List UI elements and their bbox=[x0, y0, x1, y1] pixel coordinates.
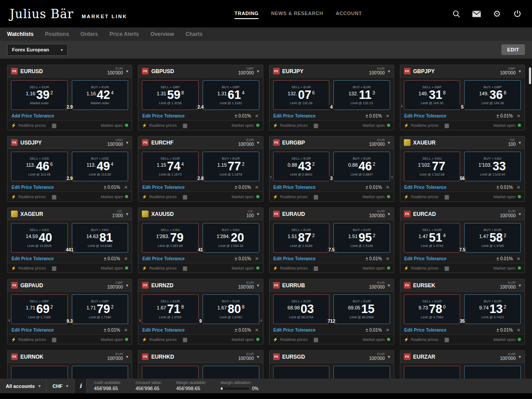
amount-dropdown[interactable]: EUR 100'000 ▾ bbox=[107, 352, 128, 361]
close-icon[interactable]: ✕ bbox=[517, 113, 520, 118]
calculator-icon[interactable]: ▦ bbox=[51, 123, 56, 128]
accounts-dropdown[interactable]: All accounts ▾ bbox=[0, 379, 47, 393]
amount-dropdown[interactable]: GBP 100'000 ▾ bbox=[107, 281, 128, 290]
calculator-icon[interactable]: ▦ bbox=[183, 194, 188, 200]
buy-button[interactable]: BUY • EUR 1.67808 Limit @ 1.6782 bbox=[203, 294, 259, 324]
close-icon[interactable]: ✕ bbox=[386, 328, 389, 332]
close-icon[interactable]: ✕ bbox=[255, 328, 258, 332]
price-tolerance-link[interactable]: Edit Price Tolerance bbox=[404, 256, 446, 261]
calculator-icon[interactable]: ▦ bbox=[51, 194, 56, 200]
sell-button[interactable]: SELL • EUR 1.47514 Limit @ 1.4749 bbox=[404, 223, 461, 253]
close-icon[interactable]: ✕ bbox=[517, 185, 520, 190]
close-icon[interactable]: ✕ bbox=[517, 328, 520, 332]
watchlist-dropdown[interactable]: Forex European ▾ bbox=[7, 44, 68, 56]
price-tolerance-link[interactable]: Edit Price Tolerance bbox=[274, 256, 316, 261]
calculator-icon[interactable]: ▦ bbox=[51, 337, 56, 342]
price-tolerance-link[interactable]: Edit Price Tolerance bbox=[12, 256, 54, 261]
currency-dropdown[interactable]: CHF ▾ bbox=[47, 379, 74, 393]
close-icon[interactable]: ✕ bbox=[517, 256, 520, 261]
amount-dropdown[interactable]: OZ. 100 ▾ bbox=[508, 138, 521, 147]
buy-button[interactable]: BUY • EUR 1.15772 Limit @ 1.1578 bbox=[203, 152, 259, 181]
price-tolerance-link[interactable]: Edit Price Tolerance bbox=[404, 328, 446, 332]
calculator-icon[interactable]: ▦ bbox=[313, 123, 318, 128]
settings-icon[interactable]: ⚙ bbox=[492, 9, 502, 19]
amount-dropdown[interactable]: OZ. 100 ▾ bbox=[246, 209, 259, 219]
price-tolerance-link[interactable]: Edit Price Tolerance bbox=[142, 256, 184, 261]
sell-button[interactable]: SELL • XAU 1'102.77 Limit @ 1'102.66 bbox=[404, 152, 461, 181]
buy-button[interactable]: BUY • XAG 14.6381 Limit @ 14.6386 bbox=[72, 223, 129, 253]
sell-button[interactable]: SELL • XAU 1'283.79 Limit @ 1'283.66 bbox=[142, 223, 199, 253]
buy-button[interactable]: BUY • GBP 149.368 Limit @ 149.38 bbox=[464, 80, 521, 110]
amount-dropdown[interactable]: GBP 100'000 ▾ bbox=[500, 66, 521, 76]
price-tolerance-link[interactable]: Edit Price Tolerance bbox=[142, 328, 184, 332]
sell-button[interactable]: SELL • EUR 9.73780 Limit @ 9.7360 bbox=[404, 294, 461, 324]
edit-button[interactable]: EDIT bbox=[501, 44, 525, 55]
calculator-icon[interactable]: ▦ bbox=[444, 194, 449, 200]
sell-button[interactable]: SELL • EUR 1.67718 Limit @ 1.6769 bbox=[142, 294, 199, 324]
close-icon[interactable]: ✕ bbox=[386, 256, 389, 261]
price-tolerance-link[interactable]: Edit Price Tolerance bbox=[12, 185, 54, 190]
price-tolerance-link[interactable]: Edit Price Tolerance bbox=[404, 185, 446, 190]
close-icon[interactable]: ✕ bbox=[386, 185, 389, 190]
calculator-icon[interactable]: ▦ bbox=[313, 337, 318, 342]
search-icon[interactable] bbox=[451, 9, 461, 19]
price-tolerance-link[interactable]: Edit Price Tolerance bbox=[142, 113, 184, 118]
sell-button[interactable]: SELL • EUR 1.16392 Market order bbox=[11, 80, 68, 110]
sell-button[interactable]: SELL • EUR 68.9803 Limit @ 68.9734 bbox=[273, 294, 330, 324]
sell-button[interactable]: SELL • USD 113.466 Limit @ 113.45 bbox=[11, 152, 68, 181]
calculator-icon[interactable]: ▦ bbox=[183, 337, 188, 342]
nav-trading[interactable]: TRADING bbox=[235, 9, 258, 19]
sell-button[interactable]: SELL • XAG 14.5940 Limit @ 14.5925 bbox=[11, 223, 68, 253]
amount-dropdown[interactable]: EUR 100'000 ▾ bbox=[500, 209, 521, 219]
calculator-icon[interactable]: ▦ bbox=[444, 266, 449, 271]
price-tolerance-link[interactable]: Edit Price Tolerance bbox=[404, 113, 446, 118]
amount-dropdown[interactable]: USD 100'000 ▾ bbox=[107, 138, 128, 147]
tab-overview[interactable]: Overview bbox=[150, 31, 174, 37]
tab-positions[interactable]: Positions bbox=[45, 31, 69, 37]
amount-dropdown[interactable]: OZ. 1'000 ▾ bbox=[112, 209, 128, 219]
mail-icon[interactable] bbox=[472, 9, 481, 19]
buy-button[interactable]: BUY • EUR 9.74132 Limit @ 9.7423 bbox=[464, 294, 521, 324]
close-icon[interactable]: ✕ bbox=[386, 113, 389, 118]
tab-charts[interactable]: Charts bbox=[186, 31, 203, 37]
close-icon[interactable]: ✕ bbox=[255, 256, 258, 261]
close-icon[interactable]: ✕ bbox=[255, 185, 258, 190]
amount-dropdown[interactable]: GBP 100'000 ▾ bbox=[238, 66, 259, 76]
close-icon[interactable]: ✕ bbox=[124, 328, 128, 332]
close-icon[interactable]: ✕ bbox=[255, 113, 258, 118]
buy-button[interactable]: BUY • EUR 1.51952 Limit @ 1.5196 bbox=[333, 223, 390, 253]
sell-button[interactable]: SELL • EUR 1.51872 Limit @ 1.5186 bbox=[273, 223, 330, 253]
sell-button[interactable]: SELL • EUR 1.15744 Limit @ 1.1573 bbox=[142, 152, 199, 181]
scrollbar-thumb[interactable] bbox=[529, 67, 531, 84]
calculator-icon[interactable]: ▦ bbox=[183, 123, 188, 128]
price-tolerance-link[interactable]: Edit Price Tolerance bbox=[12, 328, 54, 332]
tab-orders[interactable]: Orders bbox=[81, 31, 98, 37]
amount-dropdown[interactable]: EUR 100'000 ▾ bbox=[369, 209, 390, 219]
sell-button[interactable]: SELL • GBP 1.71692 Limit @ 1.7168 bbox=[11, 294, 68, 324]
buy-button[interactable]: BUY • EUR 132.113 Limit @ 132.13 bbox=[333, 80, 390, 110]
amount-dropdown[interactable]: EUR 100'000 ▾ bbox=[500, 281, 521, 290]
amount-dropdown[interactable]: EUR 100'000 ▾ bbox=[238, 138, 259, 147]
calculator-icon[interactable]: ▦ bbox=[444, 337, 449, 342]
buy-button[interactable]: BUY • GBP 1.71792 Limit @ 1.7180 bbox=[72, 294, 129, 324]
calculator-icon[interactable]: ▦ bbox=[313, 194, 318, 200]
close-icon[interactable]: ✕ bbox=[124, 256, 128, 261]
sell-button[interactable]: SELL • EUR 132.076 Limit @ 132.06 bbox=[273, 80, 330, 110]
tab-price-alerts[interactable]: Price Alerts bbox=[110, 31, 139, 37]
close-icon[interactable]: ✕ bbox=[124, 185, 128, 190]
amount-dropdown[interactable]: EUR 100'000 ▾ bbox=[369, 352, 390, 361]
amount-dropdown[interactable]: EUR 100'000 ▾ bbox=[238, 281, 259, 290]
amount-dropdown[interactable]: EUR 100'000 ▾ bbox=[369, 281, 390, 290]
buy-button[interactable]: BUY • GBP 1.31614 Limit @ 1.3162 bbox=[203, 80, 259, 110]
price-tolerance-link[interactable]: Edit Price Tolerance bbox=[274, 185, 316, 190]
amount-dropdown[interactable]: EUR 100'000 ▾ bbox=[238, 352, 259, 361]
nav-account[interactable]: ACCOUNT bbox=[336, 9, 362, 19]
buy-button[interactable]: BUY • XAU 1'103.33 Limit @ 1'103.44 bbox=[464, 152, 521, 181]
amount-dropdown[interactable]: EUR 100'000 ▾ bbox=[500, 352, 521, 361]
buy-button[interactable]: BUY • EUR 1.16424 Market order bbox=[72, 80, 129, 110]
tab-watchlists[interactable]: Watchlists bbox=[7, 31, 34, 37]
price-tolerance-link[interactable]: Add Price Tolerance bbox=[12, 113, 54, 118]
amount-dropdown[interactable]: EUR 100'000 ▾ bbox=[369, 138, 390, 147]
price-tolerance-link[interactable]: Edit Price Tolerance bbox=[274, 328, 316, 332]
buy-button[interactable]: BUY • EUR 69.0515 Limit @ 69.0584 bbox=[333, 294, 390, 324]
